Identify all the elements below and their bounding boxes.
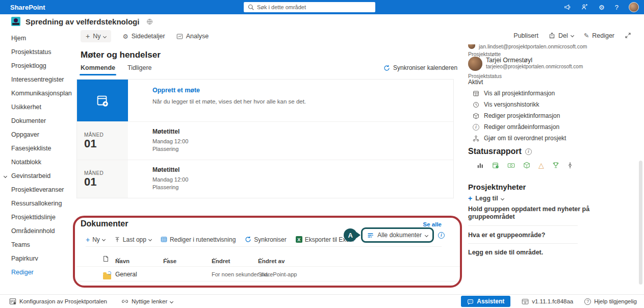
admin-icon[interactable]	[581, 4, 588, 11]
column-fase[interactable]: Fase	[163, 255, 168, 262]
info-icon[interactable]	[438, 232, 445, 239]
plus-icon: +	[86, 33, 90, 40]
site-logo[interactable]	[11, 17, 20, 26]
sidebar-item-prosjektstatus[interactable]: Prosjektstatus	[0, 45, 76, 59]
grid-edit-button[interactable]: Rediger i rutenettvisning	[161, 236, 236, 243]
sidebar-item-dokumenter[interactable]: Dokumenter	[0, 114, 76, 128]
column-endret-av[interactable]: Endret av	[258, 255, 263, 262]
chevron-down-icon	[4, 174, 7, 178]
page-command-bar: +Ny ⚙Sidedetaljer Analyse	[81, 30, 209, 42]
status-report-title: Statusrapport	[468, 147, 532, 156]
sharepoint-brand[interactable]: SharePoint	[10, 4, 45, 11]
view-selector-dropdown[interactable]: Alle dokumenter	[361, 227, 434, 243]
documents-table-header: Navn ↑ Fase Endret Endret av	[76, 253, 462, 266]
add-news-button[interactable]: +Legg til	[468, 195, 504, 202]
edit-label: Rediger	[592, 32, 614, 39]
news-item[interactable]: Hold gruppen oppdatert med nyheter på gr…	[468, 206, 596, 221]
table-row[interactable]: General For noen sekunder sid... SharePo…	[76, 266, 462, 281]
grid-icon	[161, 236, 167, 243]
link-label: Rediger områdeinformasjon	[484, 123, 559, 131]
sync-calendar-label: Synkroniser kalenderen	[393, 64, 457, 71]
link-rediger-omradeinformasjon[interactable]: Rediger områdeinformasjon	[473, 123, 559, 131]
create-meeting-row[interactable]: Opprett et møte Når du legger til et møt…	[77, 80, 453, 121]
site-title[interactable]: Spredning av velferdsteknologi	[25, 17, 139, 26]
calendar-check-icon	[492, 162, 499, 169]
analytics-button[interactable]: Analyse	[176, 33, 209, 40]
tab-kommende[interactable]: Kommende	[81, 64, 115, 71]
user-avatar[interactable]	[629, 2, 639, 12]
link-gjor-om-til-overordnet[interactable]: Gjør om til overordnet prosjekt	[473, 135, 566, 142]
link-label: Vis all prosjektinformasjon	[484, 90, 555, 97]
bar-chart-icon	[477, 162, 484, 169]
upload-label: Last opp	[123, 236, 146, 243]
share-button[interactable]: Del	[549, 32, 574, 39]
sidebar-item-gevinstarbeid[interactable]: Gevinstarbeid	[0, 169, 76, 183]
support-person[interactable]: Tarjei Ormestøyl tarjeieo@prosjektportal…	[468, 57, 583, 71]
sidebar-item-kommunikasjonsplan[interactable]: Kommunikasjonsplan	[0, 87, 76, 100]
version-info: v1.11.1.fc848aa	[522, 298, 573, 305]
meeting-item[interactable]: MÅNED 01 Møtetittel Mandag 12:00 Plasser…	[77, 121, 453, 160]
info-icon	[473, 124, 479, 131]
page-actions: Publisert Del ✎Rediger	[513, 32, 631, 39]
page-details-button[interactable]: ⚙Sidedetaljer	[122, 33, 165, 40]
vertical-scrollbar[interactable]	[639, 161, 642, 285]
help-label: Hjelp tilgjengelig	[594, 298, 637, 304]
sync-calendar-link[interactable]: Synkroniser kalenderen	[383, 64, 457, 71]
info-icon[interactable]	[525, 148, 532, 155]
file-type-column-icon[interactable]	[103, 255, 109, 262]
meeting-day: 01	[84, 138, 128, 149]
avatar	[468, 44, 475, 49]
sidebar-item-omradeinnhold[interactable]: Områdeinnhold	[0, 224, 76, 238]
chevron-down-icon	[103, 34, 107, 38]
help-available[interactable]: Hjelp tilgjengelig	[584, 298, 637, 305]
chevron-down-icon	[425, 233, 428, 237]
gear-icon[interactable]: ⚙	[599, 4, 605, 11]
sidebar-item-ressursallokering[interactable]: Ressursallokering	[0, 197, 76, 211]
tab-tidligere[interactable]: Tidligere	[127, 64, 151, 71]
doc-sync-button[interactable]: Synkroniser	[245, 236, 286, 243]
sidebar-item-prosjekttidslinje[interactable]: Prosjekttidslinje	[0, 211, 76, 224]
sidebar-item-teams[interactable]: Teams	[0, 238, 76, 252]
divider	[468, 243, 578, 244]
config-link[interactable]: Konfigurasjon av Prosjektportalen	[9, 298, 107, 305]
link-rediger-prosjektinformasjon[interactable]: Rediger prosjektinformasjon	[473, 112, 560, 119]
sidebar-item-notatblokk[interactable]: Notatblokk	[0, 156, 76, 169]
new-button-label: Ny	[93, 33, 100, 40]
sidebar-item-fasesjekkliste[interactable]: Fasesjekkliste	[0, 142, 76, 156]
news-item[interactable]: Legg en side til området.	[468, 249, 596, 256]
config-label: Konfigurasjon av Prosjektportalen	[19, 298, 107, 304]
sidebar-item-prosjektlogg[interactable]: Prosjektlogg	[0, 59, 76, 73]
sidebar-item-prosjektleveranser[interactable]: Prosjektleveranser	[0, 183, 76, 197]
sidebar-edit-link[interactable]: Rediger	[0, 266, 76, 279]
useful-links-dropdown[interactable]: Nyttige lenker	[121, 298, 173, 304]
help-icon[interactable]: ?	[615, 4, 619, 11]
new-button[interactable]: +Ny	[81, 30, 111, 42]
row-name[interactable]: General	[115, 271, 137, 278]
row-modified-by: SharePoint-app	[258, 271, 297, 277]
sidebar-item-papirkurv[interactable]: Papirkurv	[0, 252, 76, 266]
person-email: tarjeieo@prosjektportalen.onmicrosoft.co…	[486, 64, 583, 69]
megaphone-icon[interactable]	[564, 4, 571, 11]
upload-button[interactable]: Last opp	[114, 236, 151, 243]
column-endret[interactable]: Endret	[212, 255, 216, 262]
news-item[interactable]: Hva er et gruppeområde?	[468, 232, 596, 239]
link-vis-all-prosjektinformasjon[interactable]: Vis all prosjektinformasjon	[473, 90, 555, 97]
sidebar-item-interessentregister[interactable]: Interessentregister	[0, 73, 76, 87]
sidebar-item-hjem[interactable]: Hjem	[0, 32, 76, 45]
see-all-link[interactable]: Se alle	[423, 221, 442, 227]
doc-new-button[interactable]: +Ny	[86, 236, 105, 243]
column-navn[interactable]: Navn ↑	[115, 255, 120, 262]
assistant-button[interactable]: Assistent	[461, 296, 510, 307]
meeting-item[interactable]: MÅNED 01 Møtetittel Mandag 12:00 Plasser…	[77, 160, 453, 198]
create-meeting-link[interactable]: Opprett et møte	[152, 87, 306, 94]
edit-page-button[interactable]: ✎Rediger	[584, 32, 614, 39]
link-icon	[121, 298, 128, 304]
link-label: Vis versjonshistorikk	[484, 101, 539, 108]
expand-icon[interactable]	[625, 32, 631, 39]
link-vis-versjonshistorikk[interactable]: Vis versjonshistorikk	[473, 101, 539, 108]
share-label: Del	[558, 32, 568, 39]
search-input[interactable]: Søk i dette området	[244, 2, 375, 12]
sidebar-item-usikkerhet[interactable]: Usikkerhet	[0, 100, 76, 114]
chevron-down-icon	[102, 238, 106, 241]
sidebar-item-oppgaver[interactable]: Oppgaver	[0, 128, 76, 142]
